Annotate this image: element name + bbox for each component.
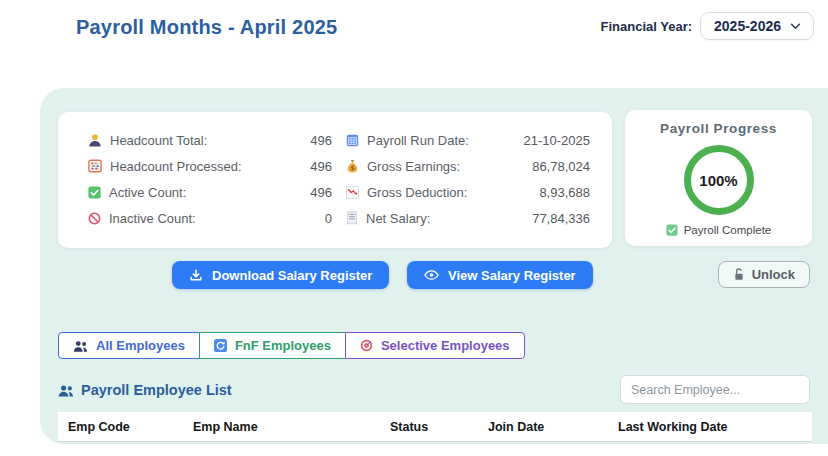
stat-label: Gross Earnings: <box>367 159 460 174</box>
stat-label: Gross Deduction: <box>367 185 467 200</box>
stat-gross-deduction: Gross Deduction: 8,93,688 <box>346 179 590 205</box>
stat-value: 496 <box>310 185 332 200</box>
financial-year-value: 2025-2026 <box>714 18 781 34</box>
tab-all-employees[interactable]: All Employees <box>58 332 200 359</box>
stat-value: 0 <box>325 211 332 226</box>
employee-list-title: Payroll Employee List <box>81 382 232 398</box>
stat-label: Active Count: <box>109 185 186 200</box>
download-salary-register-button[interactable]: Download Salary Register <box>172 261 389 289</box>
stat-headcount-processed: Headcount Processed: 496 <box>88 153 332 179</box>
money-bag-icon: $ <box>346 159 359 173</box>
stat-label: Headcount Total: <box>110 133 207 148</box>
users-icon <box>73 340 88 352</box>
employee-tabs: All Employees FnF Employees Selective Em… <box>58 332 525 359</box>
tab-label: All Employees <box>96 338 185 353</box>
progress-title: Payroll Progress <box>660 121 777 136</box>
payroll-complete-badge: Payroll Complete <box>666 224 772 236</box>
person-icon <box>88 133 102 147</box>
lock-open-icon <box>733 268 745 281</box>
stat-value: 496 <box>310 133 332 148</box>
stat-active-count: Active Count: 496 <box>88 179 332 205</box>
stat-headcount-total: Headcount Total: 496 <box>88 127 332 153</box>
stat-payroll-run-date: Payroll Run Date: 21-10-2025 <box>346 127 590 153</box>
chart-decreasing-icon <box>346 186 359 199</box>
download-icon <box>189 268 203 282</box>
stat-value: 86,78,024 <box>532 159 590 174</box>
eye-icon <box>424 269 439 281</box>
stat-value: 21-10-2025 <box>524 133 591 148</box>
column-header-emp-name: Emp Name <box>193 420 390 434</box>
stat-gross-earnings: $ Gross Earnings: 86,78,024 <box>346 153 590 179</box>
payroll-months-page: Payroll Months - April 2025 Financial Ye… <box>0 0 828 456</box>
employee-list-heading: Payroll Employee List <box>58 382 232 398</box>
stat-label: Payroll Run Date: <box>367 133 469 148</box>
view-salary-register-button[interactable]: View Salary Register <box>407 261 593 289</box>
column-header-status: Status <box>390 420 488 434</box>
column-header-emp-code: Emp Code <box>68 420 193 434</box>
payroll-progress-card: Payroll Progress 100% Payroll Complete <box>625 110 812 246</box>
stat-label: Inactive Count: <box>109 211 196 226</box>
column-header-join-date: Join Date <box>488 420 618 434</box>
refresh-icon <box>214 339 227 352</box>
financial-year-control: Financial Year: 2025-2026 <box>601 12 814 40</box>
column-header-last-working-date: Last Working Date <box>618 420 812 434</box>
page-title: Payroll Months - April 2025 <box>76 16 337 39</box>
progress-percent: 100% <box>699 172 737 189</box>
stat-value: 77,84,336 <box>532 211 590 226</box>
target-icon <box>360 339 373 352</box>
progress-ring: 100% <box>684 145 754 215</box>
prohibited-icon <box>88 212 101 225</box>
calendar-icon <box>346 134 359 147</box>
tab-selective-employees[interactable]: Selective Employees <box>345 332 525 359</box>
stat-value: 8,93,688 <box>539 185 590 200</box>
financial-year-label: Financial Year: <box>601 19 693 34</box>
stat-value: 496 <box>310 159 332 174</box>
stats-left-column: Headcount Total: 496 Headcount Processed… <box>88 127 332 231</box>
search-employee-input[interactable] <box>620 375 810 404</box>
stat-inactive-count: Inactive Count: 0 <box>88 205 332 231</box>
tab-label: FnF Employees <box>235 338 331 353</box>
view-button-label: View Salary Register <box>448 268 576 283</box>
unlock-button-label: Unlock <box>752 267 795 282</box>
stat-label: Headcount Processed: <box>110 159 242 174</box>
stats-right-column: Payroll Run Date: 21-10-2025 $ Gross Ear… <box>346 127 590 231</box>
financial-year-select[interactable]: 2025-2026 <box>700 12 814 40</box>
check-icon <box>88 186 101 199</box>
payroll-stats-card: Headcount Total: 496 Headcount Processed… <box>58 112 612 248</box>
employee-table-header: Emp Code Emp Name Status Join Date Last … <box>58 412 812 442</box>
unlock-button[interactable]: Unlock <box>718 261 810 288</box>
receipt-icon <box>346 211 358 225</box>
download-button-label: Download Salary Register <box>212 268 372 283</box>
stat-label: Net Salary: <box>366 211 430 226</box>
users-icon <box>58 384 74 397</box>
tab-label: Selective Employees <box>381 338 510 353</box>
payroll-summary-panel: Headcount Total: 496 Headcount Processed… <box>40 88 828 444</box>
stat-net-salary: Net Salary: 77,84,336 <box>346 205 590 231</box>
chevron-down-icon <box>790 23 801 30</box>
check-complete-icon <box>666 224 678 236</box>
progress-status-label: Payroll Complete <box>684 224 772 236</box>
abacus-icon <box>88 159 102 173</box>
svg-text:$: $ <box>350 164 355 172</box>
tab-fnf-employees[interactable]: FnF Employees <box>199 332 346 359</box>
